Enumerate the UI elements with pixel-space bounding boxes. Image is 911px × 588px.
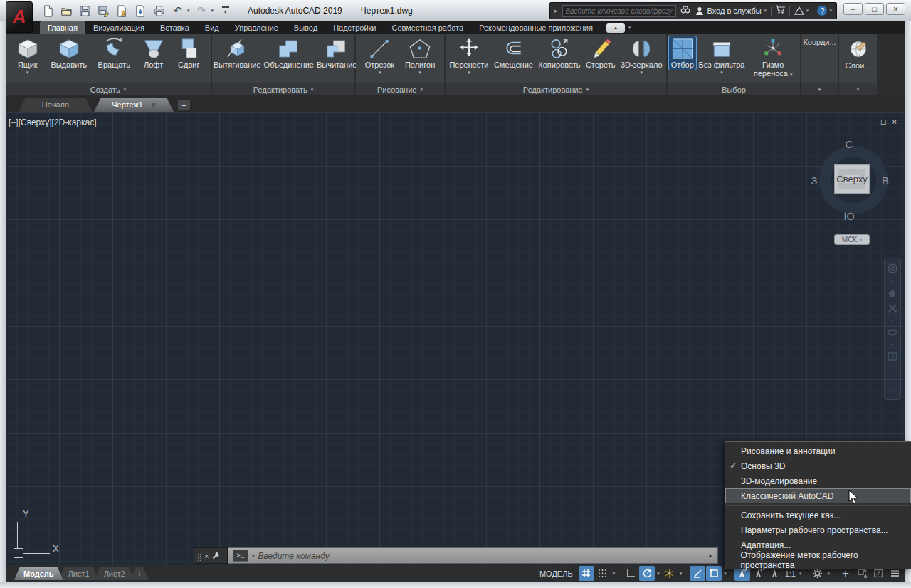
object-snap-caret-icon[interactable]: ▾ [722,571,728,577]
move-gizmo-button[interactable]: Гизмо переноса ▾ [747,36,799,78]
menu-item-classic-autocad[interactable]: Классический AutoCAD [725,488,911,503]
revolve-button[interactable]: Вращать [97,36,132,70]
panel-coordinates-expand[interactable]: ▾ [801,83,838,95]
menu-item-3d-basics[interactable]: ✓ Основы 3D [725,458,911,473]
new-drawing-tab-button[interactable]: + [178,100,190,110]
copy-button[interactable]: Копировать [537,36,581,70]
ribbon-tab-insert[interactable]: Вставка [152,21,197,34]
recent-commands-caret-icon[interactable]: ▾ [252,553,255,559]
save-to-web-mobile-button[interactable] [134,4,147,18]
window-close-button[interactable]: × [886,3,905,15]
ortho-toggle[interactable] [623,566,638,581]
ribbon-tab-manage[interactable]: Управление [227,21,286,34]
viewcube-west-label[interactable]: З [811,174,817,187]
workspace-caret-icon[interactable]: ▾ [826,571,831,577]
file-tab-close-icon[interactable]: × [152,101,156,109]
polygon-button[interactable]: Полигон ▾ [404,36,436,75]
customize-wrench-icon[interactable] [211,551,221,560]
object-snap-tracking-toggle[interactable] [690,566,705,581]
panel-title-selection[interactable]: Выбор [668,83,800,95]
snap-toggle[interactable] [595,566,611,581]
zoom-button[interactable] [887,303,898,314]
viewcube-ucs-menu[interactable]: МСК ▾ [834,234,870,245]
loft-button[interactable]: Лофт [140,36,167,70]
move-button[interactable]: Перенести ▾ [448,36,490,75]
viewport-minimize-icon[interactable]: ─ [869,117,875,126]
isometric-caret-icon[interactable]: ▾ [678,571,684,577]
plot-button[interactable] [152,4,166,18]
panel-title-modify[interactable]: Редактирование ▾ [446,83,666,95]
ribbon-tab-addins[interactable]: Надстройки [325,21,384,34]
viewport-visual-style-control[interactable]: [2D-каркас] [51,117,96,127]
ribbon-tab-collaborate[interactable]: Совместная работа [384,21,471,34]
save-as-button[interactable] [97,4,110,18]
extrude-button[interactable]: Выдавить [49,36,88,70]
signin-button[interactable]: Вход в службы ▾ [695,6,767,16]
ribbon-tab-featured-apps[interactable]: Рекомендованные приложения [471,21,601,34]
viewport-view-control[interactable]: [Сверху] [19,117,52,127]
menu-item-save-current-as[interactable]: Сохранить текущее как... [725,508,911,523]
viewcube-south-label[interactable]: Ю [843,210,854,222]
showmotion-button[interactable] [887,351,898,362]
menu-item-workspace-settings[interactable]: Параметры рабочего пространства... [725,523,911,537]
redo-button[interactable]: ↷ [195,4,209,18]
panel-title-draw[interactable]: Рисование ▾ [356,83,444,95]
ribbon-minimize-button[interactable]: ▲ [606,23,625,33]
app-store-button[interactable] [775,4,785,17]
viewcube-north-label[interactable]: С [846,138,853,150]
layout-tab-model[interactable]: Модель [14,567,63,580]
ribbon-tab-output[interactable]: Вывод [286,21,325,34]
autodesk-360-button[interactable]: ▾ [794,6,809,16]
viewport-restore-icon[interactable]: □ [881,117,886,126]
annotation-scale-caret-icon[interactable]: ▾ [798,571,804,577]
command-line-handle[interactable]: × [194,547,228,564]
line-button[interactable]: Отрезок ▾ [364,36,396,75]
snap-caret-icon[interactable]: ▾ [611,571,617,577]
file-tab-start[interactable]: Начало [19,98,93,112]
zoom-caret-icon[interactable]: ▾ [891,318,893,322]
polar-caret-icon[interactable]: ▾ [655,571,661,577]
viewcube-top-face[interactable]: Сверху [834,164,870,194]
union-button[interactable]: Объединение [263,36,315,70]
help-button[interactable]: ? ▾ [817,6,832,16]
viewcube-east-label[interactable]: В [882,174,889,187]
window-minimize-button[interactable]: ─ [843,3,863,15]
open-from-web-mobile-button[interactable] [115,4,129,18]
navigation-wheel-button[interactable] [887,263,898,274]
space-label[interactable]: МОДЕЛЬ [539,569,573,578]
command-history-up-icon[interactable]: ▲ [707,552,713,559]
erase-button[interactable]: Стереть [584,36,617,70]
save-button[interactable] [78,4,92,18]
culling-button[interactable]: Отбор [669,36,696,70]
isometric-drafting-toggle[interactable] [662,566,678,581]
viewport-close-icon[interactable]: × [892,117,897,126]
mirror-3d-button[interactable]: 3D-зеркало ▾ [619,36,664,75]
presspull-button[interactable]: Вытягивание [212,36,263,70]
drag-grip-icon[interactable] [197,551,201,561]
panel-title-solid-editing[interactable]: Редактировать ▾ [212,83,354,95]
orbit-button[interactable] [887,327,898,338]
wheel-caret-icon[interactable]: ▾ [891,278,893,283]
open-file-button[interactable] [60,4,73,18]
command-placeholder[interactable]: Введите команду [258,551,705,561]
no-filter-button[interactable]: Без фильтра ▾ [697,36,747,75]
subtract-button[interactable]: Вычитание [315,36,359,70]
help-search-input[interactable] [562,5,676,17]
undo-button[interactable]: ↶ [171,4,184,18]
polar-tracking-toggle[interactable] [639,566,655,581]
window-maximize-button[interactable]: □ [865,3,884,15]
sweep-button[interactable]: Сдвиг [175,36,202,70]
orbit-caret-icon[interactable]: ▾ [891,342,893,347]
file-tab-drawing1[interactable]: Чертеж1 × [94,98,174,112]
redo-dropdown[interactable]: ▾ [211,8,214,14]
new-layout-button[interactable]: + [130,567,149,580]
panel-title-create[interactable]: Создать ▾ [6,83,211,95]
ribbon-tab-view[interactable]: Вид [197,21,227,34]
pan-button[interactable] [887,287,898,298]
qat-customize-button[interactable]: ▾ [218,4,232,18]
panel-layers-expand[interactable]: ▾ [839,83,877,95]
infocenter-collapse-icon[interactable]: ▸ [554,7,558,14]
command-close-icon[interactable]: × [204,552,209,560]
ribbon-tab-home[interactable]: Главная [40,21,85,34]
search-button[interactable] [680,4,690,17]
